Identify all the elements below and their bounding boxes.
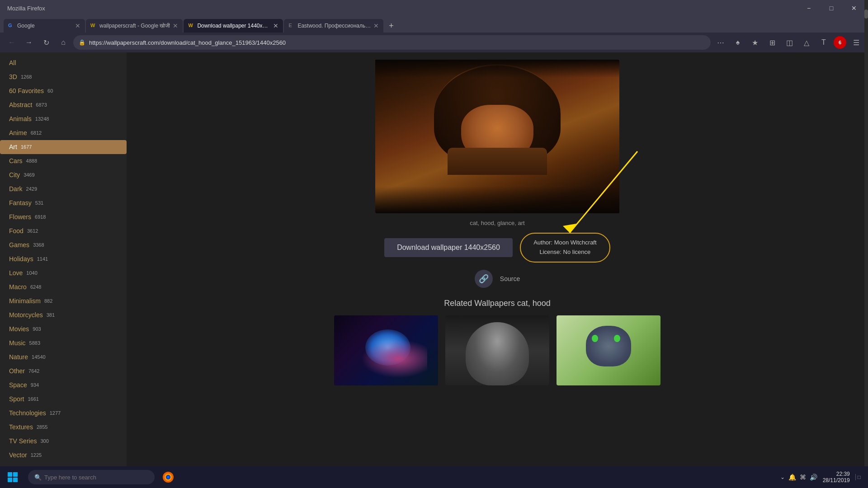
scrollbar[interactable] [864, 52, 868, 466]
sidebar-item-motorcycles[interactable]: Motorcycles381 [0, 308, 127, 322]
notification-badge: 6 [834, 36, 846, 49]
source-link[interactable]: Source [500, 275, 520, 282]
sidebar-item-name: Technologies [9, 408, 46, 418]
refresh-button[interactable]: ↻ [39, 35, 53, 50]
sidebar-item-holidays[interactable]: Holidays1141 [0, 252, 127, 266]
taskbar: 🔍 ⌄ 🔔 ⌘ 🔊 22:39 28/11/2019 □ [0, 466, 868, 488]
sidebar-item-music[interactable]: Music5883 [0, 336, 127, 350]
menu-button[interactable]: ☰ [849, 35, 863, 50]
tab-search-close[interactable]: ✕ [173, 22, 178, 29]
tab-eastwood-favicon: E [288, 23, 295, 29]
actions-row-container: Download wallpaper 1440x2560 Author: Moo… [375, 233, 619, 288]
related-thumb-2[interactable] [445, 315, 549, 385]
sidebar-item-tvseries[interactable]: TV Series300 [0, 434, 127, 448]
sidebar-item-vector[interactable]: Vector1225 [0, 448, 127, 462]
network-icon[interactable]: ⌘ [800, 474, 806, 481]
sidebar-item-name: Nature [9, 352, 28, 362]
taskbar-search-bar[interactable]: 🔍 [28, 470, 155, 484]
sidebar-item-count: 6248 [30, 283, 41, 291]
tab-download-close[interactable]: ✕ [273, 22, 278, 29]
sidebar-item-count: 6873 [36, 101, 47, 109]
sidebar-item-name: Movies [9, 324, 29, 334]
home-button[interactable]: ⌂ [56, 35, 71, 50]
sidebar-item-count: 882 [44, 297, 52, 305]
sidebar-item-space[interactable]: Space934 [0, 378, 127, 392]
category-sidebar: All3D126860 Favorites60Abstract6873Anima… [0, 52, 127, 466]
sidebar-item-count: 1277 [50, 409, 61, 417]
tab-google-close[interactable]: ✕ [75, 22, 80, 29]
sidebar-item-food[interactable]: Food3612 [0, 224, 127, 238]
forward-button[interactable]: → [22, 35, 36, 50]
chevron-up-icon[interactable]: ⌄ [780, 474, 785, 480]
tab-wallpaperscraft-search[interactable]: W wallpaperscraft - Google खोजी ✕ [86, 19, 183, 33]
sidebar-item-name: Sport [9, 394, 24, 404]
library-button[interactable]: ⊞ [765, 35, 779, 50]
sidebar-item-abstract[interactable]: Abstract6873 [0, 98, 127, 112]
sidebar-item-60favorites[interactable]: 60 Favorites60 [0, 84, 127, 98]
taskbar-search-input[interactable] [44, 474, 144, 481]
tab-download[interactable]: W Download wallpaper 1440x25... ✕ [184, 19, 283, 33]
close-button[interactable]: ✕ [844, 0, 864, 16]
minimize-button[interactable]: − [798, 0, 819, 16]
sidebar-item-count: 934 [31, 381, 39, 389]
sidebar-item-city[interactable]: City3469 [0, 168, 127, 182]
sidebar-item-name: Vector [9, 450, 27, 460]
related-thumb-1[interactable] [334, 315, 438, 385]
sidebar-item-name: Space [9, 380, 27, 390]
sidebar-item-flowers[interactable]: Flowers6918 [0, 210, 127, 224]
sidebar-item-count: 1661 [28, 395, 38, 403]
sidebar-item-count: 1677 [21, 143, 32, 151]
profile-button[interactable]: T [816, 35, 831, 50]
sidebar-item-minimalism[interactable]: Minimalism882 [0, 294, 127, 308]
taskbar-firefox-icon[interactable] [159, 468, 177, 486]
start-button[interactable] [0, 466, 25, 488]
tab-eastwood-title: Eastwood. Профессиональна... [297, 23, 371, 29]
pocket-button[interactable]: ♠ [731, 35, 745, 50]
sidebar-item-movies[interactable]: Movies903 [0, 322, 127, 336]
notification-icon[interactable]: 🔔 [788, 474, 796, 481]
more-button[interactable]: ⋯ [713, 35, 728, 50]
back-button[interactable]: ← [5, 35, 19, 50]
tab-google[interactable]: G Google ✕ [4, 19, 85, 33]
sidebar-item-all[interactable]: All [0, 56, 127, 70]
link-button[interactable]: 🔗 [475, 270, 493, 288]
sidebar-item-words[interactable]: Words845 [0, 462, 127, 466]
show-desktop-button[interactable]: □ [855, 474, 861, 480]
tab-eastwood[interactable]: E Eastwood. Профессиональна... ✕ [284, 19, 383, 33]
bookmark-button[interactable]: ★ [748, 35, 762, 50]
sidebar-item-cars[interactable]: Cars4888 [0, 154, 127, 168]
sidebar-item-name: Games [9, 240, 29, 250]
sidebar-item-dark[interactable]: Dark2429 [0, 182, 127, 196]
sidebar-item-animals[interactable]: Animals13248 [0, 112, 127, 126]
sidebar-item-love[interactable]: Love1040 [0, 266, 127, 280]
sidebar-item-fantasy[interactable]: Fantasy531 [0, 196, 127, 210]
sidebar-item-other[interactable]: Other7642 [0, 364, 127, 378]
sidebar-item-nature[interactable]: Nature14540 [0, 350, 127, 364]
sync-button[interactable]: △ [799, 35, 814, 50]
maximize-button[interactable]: □ [821, 0, 842, 16]
sidebar-item-games[interactable]: Games3368 [0, 238, 127, 252]
author-label: Author: [533, 239, 552, 246]
collar-element [448, 148, 547, 175]
sidebar-item-anime[interactable]: Anime6812 [0, 126, 127, 140]
sidebar-item-macro[interactable]: Macro6248 [0, 280, 127, 294]
related-grid [137, 315, 857, 385]
sidebar-item-count: 1268 [21, 73, 32, 81]
sidebar-item-art[interactable]: Art1677 [0, 140, 127, 154]
license-label: License: [539, 249, 561, 255]
sidebar-item-textures[interactable]: Textures2855 [0, 420, 127, 434]
sidebar-item-sport[interactable]: Sport1661 [0, 392, 127, 406]
tab-eastwood-close[interactable]: ✕ [373, 22, 379, 29]
sidebar-item-count: 7642 [28, 367, 39, 375]
sidebar-item-name: Minimalism [9, 296, 41, 306]
related-thumb-3[interactable] [557, 315, 660, 385]
download-button[interactable]: Download wallpaper 1440x2560 [384, 238, 513, 257]
volume-icon[interactable]: 🔊 [810, 474, 817, 481]
url-bar[interactable]: 🔒 https://wallpaperscraft.com/download/c… [73, 35, 711, 50]
sidebar-item-3d[interactable]: 3D1268 [0, 70, 127, 84]
sidebar-toggle[interactable]: ◫ [782, 35, 797, 50]
new-tab-button[interactable]: + [384, 19, 398, 33]
bottom-gradient [375, 186, 619, 213]
sidebar-item-technologies[interactable]: Technologies1277 [0, 406, 127, 420]
sidebar-item-count: 903 [33, 325, 41, 333]
